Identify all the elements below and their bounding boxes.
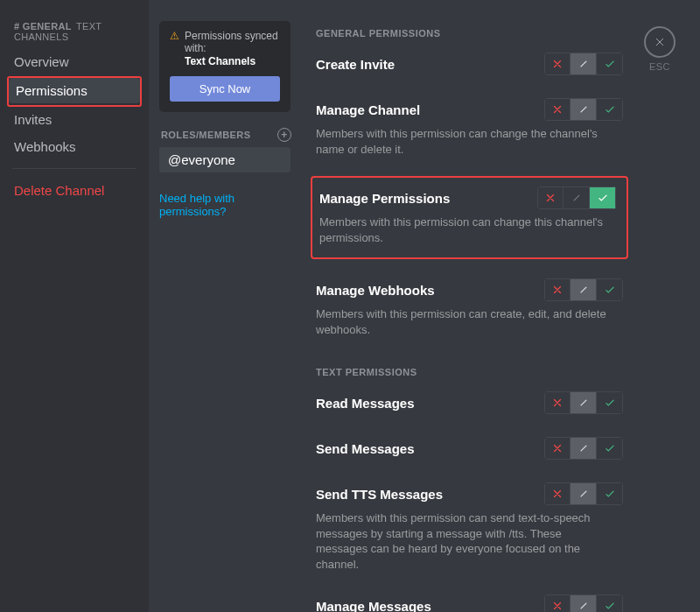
add-role-button[interactable]: + [277, 128, 291, 142]
x-icon [551, 103, 564, 116]
slash-icon [578, 58, 590, 70]
allow-segment[interactable] [597, 482, 623, 505]
permission-row: Manage PermissionsMembers with this perm… [319, 186, 616, 245]
permissions-panel: GENERAL PERMISSIONSCreate InviteManage C… [302, 0, 700, 612]
close-icon [653, 35, 667, 49]
allow-segment[interactable] [597, 437, 623, 460]
sidebar-item-webhooks[interactable]: Webhooks [7, 134, 142, 159]
permission-toggle [544, 53, 623, 75]
permission-toggle [544, 278, 623, 301]
permission-row: Manage WebhooksMembers with this permiss… [316, 278, 623, 337]
allow-segment[interactable] [597, 391, 623, 414]
x-icon [551, 600, 564, 612]
permission-title: Manage Channel [316, 102, 420, 117]
check-icon [604, 397, 616, 409]
check-icon [604, 284, 616, 296]
x-icon [551, 488, 564, 500]
sidebar-item-permissions[interactable]: Permissions [9, 78, 140, 103]
allow-segment[interactable] [590, 186, 616, 209]
permission-toggle [544, 98, 623, 121]
permission-toggle [544, 594, 623, 612]
x-icon [544, 192, 556, 204]
allow-segment[interactable] [597, 278, 623, 301]
deny-segment[interactable] [544, 437, 570, 460]
permission-description: Members with this permission can send te… [316, 510, 613, 572]
check-icon [604, 600, 616, 612]
deny-segment[interactable] [544, 482, 570, 505]
slash-icon [578, 442, 590, 454]
passthrough-segment[interactable] [570, 278, 597, 301]
slash-icon [578, 600, 590, 612]
permission-title: Create Invite [316, 57, 395, 72]
deny-segment[interactable] [544, 391, 570, 414]
sidebar-item-overview[interactable]: Overview [7, 49, 142, 74]
permission-row: Read Messages [316, 391, 623, 414]
plus-icon: + [281, 130, 287, 140]
sync-text-line1: Permissions synced with: [185, 30, 278, 54]
permission-title: Send TTS Messages [316, 487, 443, 502]
slash-icon [578, 103, 590, 116]
sync-card: ⚠ Permissions synced with: Text Channels… [159, 21, 290, 112]
highlighted-permission: Manage PermissionsMembers with this perm… [311, 176, 628, 259]
permission-title: Manage Webhooks [316, 283, 435, 298]
permission-row: Manage MessagesMembers with this permiss… [316, 594, 623, 612]
permission-title: Manage Messages [316, 599, 431, 612]
permission-row: Create Invite [316, 53, 623, 75]
check-icon [604, 488, 616, 500]
passthrough-segment[interactable] [570, 98, 597, 121]
permission-description: Members with this permission can change … [316, 126, 613, 157]
permissions-help-link[interactable]: Need help with permissions? [159, 192, 302, 218]
roles-column: ⚠ Permissions synced with: Text Channels… [149, 0, 302, 612]
permission-description: Members with this permission can change … [319, 215, 616, 245]
permission-toggle [537, 186, 616, 209]
x-icon [551, 397, 564, 409]
x-icon [551, 284, 564, 296]
sidebar-item-delete-channel[interactable]: Delete Channel [7, 178, 142, 203]
slash-icon [570, 192, 583, 204]
check-icon [597, 192, 609, 204]
x-icon [551, 58, 564, 70]
passthrough-segment[interactable] [570, 594, 597, 612]
deny-segment[interactable] [544, 53, 570, 75]
sync-text-line2: Text Channels [185, 55, 280, 67]
close-button[interactable] [644, 26, 676, 58]
role-everyone[interactable]: @everyone [159, 147, 290, 172]
settings-sidebar: # GENERAL TEXT CHANNELS Overview Permiss… [0, 0, 149, 612]
sidebar-divider [12, 168, 136, 169]
roles-header-label: ROLES/MEMBERS [161, 130, 250, 140]
permission-title: Manage Permissions [319, 191, 450, 206]
check-icon [604, 58, 616, 70]
sidebar-header: # GENERAL TEXT CHANNELS [7, 21, 142, 49]
check-icon [604, 442, 616, 454]
sidebar-item-invites[interactable]: Invites [7, 107, 142, 132]
x-icon [551, 442, 564, 454]
permission-title: Read Messages [316, 396, 415, 411]
allow-segment[interactable] [597, 53, 623, 75]
allow-segment[interactable] [597, 594, 623, 612]
permission-toggle [544, 391, 623, 414]
deny-segment[interactable] [544, 278, 570, 301]
deny-segment[interactable] [544, 594, 570, 612]
allow-segment[interactable] [597, 98, 623, 121]
deny-segment[interactable] [537, 186, 564, 209]
passthrough-segment[interactable] [570, 53, 597, 75]
passthrough-segment[interactable] [564, 186, 590, 209]
slash-icon [578, 284, 590, 296]
permission-description: Members with this permission can create,… [316, 306, 613, 337]
passthrough-segment[interactable] [570, 391, 597, 414]
permission-row: Manage ChannelMembers with this permissi… [316, 98, 623, 157]
permission-row: Send Messages [316, 437, 623, 460]
alert-icon: ⚠ [170, 30, 179, 44]
passthrough-segment[interactable] [570, 437, 597, 460]
permission-title: Send Messages [316, 441, 415, 456]
section-header: TEXT PERMISSIONS [316, 367, 623, 377]
sync-now-button[interactable]: Sync Now [170, 76, 280, 102]
passthrough-segment[interactable] [570, 482, 597, 505]
permission-toggle [544, 482, 623, 505]
close-label: ESC [649, 61, 670, 72]
permission-toggle [544, 437, 623, 460]
permission-row: Send TTS MessagesMembers with this permi… [316, 482, 623, 572]
deny-segment[interactable] [544, 98, 570, 121]
slash-icon [578, 397, 590, 409]
slash-icon [578, 488, 590, 500]
